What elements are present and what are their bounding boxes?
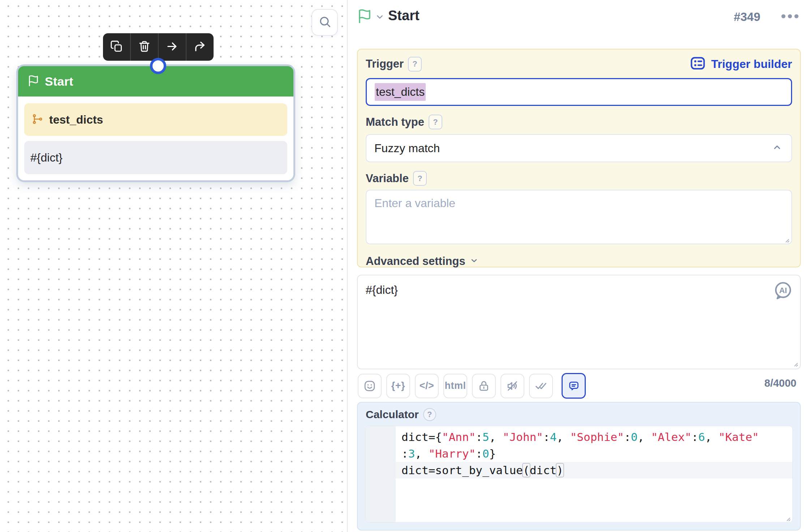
variable-help-icon[interactable]: ? xyxy=(413,171,427,186)
emoji-button[interactable] xyxy=(358,374,382,398)
node-action-toolbar xyxy=(103,33,214,61)
chevron-up-icon xyxy=(772,142,782,155)
line-number: 1 xyxy=(365,429,396,445)
flow-canvas[interactable]: Start test_dicts #{dict} xyxy=(0,0,347,532)
variable-placeholder: Enter a variable xyxy=(374,197,455,210)
flow-builder-app: Start test_dicts #{dict} Start #349 xyxy=(0,0,808,532)
node-message-label: #{dict} xyxy=(30,151,63,164)
node-settings-panel: Start #349 Trigger ? Trigger builder tes… xyxy=(348,0,808,532)
code-row[interactable]: 1dict={"Ann":5, "John":4, "Sophie":0, "A… xyxy=(365,429,792,445)
html-button[interactable]: html xyxy=(443,374,467,398)
line-number: 2 xyxy=(365,462,396,479)
flag-icon xyxy=(27,75,39,88)
emoji-icon xyxy=(364,380,376,392)
node-input-connector[interactable] xyxy=(150,58,166,74)
code-line: :3, "Harry":0} xyxy=(396,445,792,462)
duplicate-node-button[interactable] xyxy=(103,33,130,61)
node-body: test_dicts #{dict} xyxy=(18,96,293,174)
insert-variable-button[interactable]: {+} xyxy=(386,374,410,398)
trigger-section: Trigger ? Trigger builder test_dicts Mat… xyxy=(357,49,801,267)
svg-text:AI: AI xyxy=(779,286,787,295)
match-type-help-icon[interactable]: ? xyxy=(429,115,442,129)
code-row[interactable]: :3, "Harry":0} xyxy=(365,445,792,462)
lock-icon xyxy=(478,380,490,392)
start-flag-icon xyxy=(357,9,372,24)
advanced-settings-toggle[interactable]: Advanced settings xyxy=(366,255,792,268)
code-button[interactable]: </> xyxy=(415,374,439,398)
trigger-input-value: test_dicts xyxy=(375,83,426,101)
match-type-value: Fuzzy match xyxy=(374,142,440,155)
comment-button[interactable] xyxy=(562,373,586,399)
trigger-builder-label: Trigger builder xyxy=(711,57,792,71)
trigger-help-icon[interactable]: ? xyxy=(408,57,422,72)
insert-variable-label: {+} xyxy=(391,380,405,391)
resize-grip-icon[interactable] xyxy=(782,511,791,521)
char-count: 8/4000 xyxy=(764,377,796,389)
code-line: dict={"Ann":5, "John":4, "Sophie":0, "Al… xyxy=(396,429,792,445)
calculator-help-icon[interactable]: ? xyxy=(423,408,436,421)
more-options-button[interactable] xyxy=(781,11,799,22)
canvas-search-button[interactable] xyxy=(311,9,338,36)
connect-node-button[interactable] xyxy=(158,33,186,61)
line-number xyxy=(365,445,396,462)
lock-button[interactable] xyxy=(472,374,496,398)
branch-icon xyxy=(32,113,43,126)
html-label: html xyxy=(445,380,466,391)
trash-icon xyxy=(138,40,151,54)
panel-title: Start xyxy=(388,8,420,23)
comment-icon xyxy=(568,380,580,392)
share-node-button[interactable] xyxy=(186,33,214,61)
audio-off-icon xyxy=(506,380,519,392)
chevron-down-icon xyxy=(470,256,478,266)
variable-input[interactable]: Enter a variable xyxy=(366,190,792,244)
calculator-code-editor[interactable]: 1dict={"Ann":5, "John":4, "Sophie":0, "A… xyxy=(365,426,793,523)
search-icon xyxy=(318,15,331,30)
panel-header: Start #349 xyxy=(348,0,808,36)
trigger-label: Trigger xyxy=(366,57,404,70)
ai-assistant-button[interactable]: AI xyxy=(773,280,794,301)
calculator-section: Calculator ? 1dict={"Ann":5, "John":4, "… xyxy=(357,402,801,531)
trigger-builder-icon xyxy=(689,55,706,73)
node-trigger-label: test_dicts xyxy=(49,113,103,126)
double-check-icon xyxy=(535,380,547,392)
start-node[interactable]: Start test_dicts #{dict} xyxy=(16,64,295,182)
resize-grip-icon[interactable] xyxy=(789,358,799,367)
audio-off-button[interactable] xyxy=(500,374,524,398)
trigger-builder-button[interactable]: Trigger builder xyxy=(689,55,792,73)
double-check-button[interactable] xyxy=(529,374,553,398)
share-forward-icon xyxy=(194,40,206,54)
node-message-row[interactable]: #{dict} xyxy=(24,141,287,174)
delete-node-button[interactable] xyxy=(130,33,158,61)
message-toolbar: {+}</>html xyxy=(358,373,590,399)
node-title: Start xyxy=(45,74,73,89)
card-id-badge: #349 xyxy=(734,10,760,24)
match-type-select[interactable]: Fuzzy match xyxy=(366,134,792,162)
resize-grip-icon[interactable] xyxy=(781,233,790,242)
arrow-right-icon xyxy=(166,40,179,54)
message-editor[interactable]: #{dict} AI xyxy=(357,275,801,369)
trigger-input[interactable]: test_dicts xyxy=(366,78,792,106)
duplicate-icon xyxy=(110,40,123,54)
code-label: </> xyxy=(420,380,434,391)
code-row[interactable]: 2dict=sort_by_value(dict) xyxy=(365,462,792,479)
code-line: dict=sort_by_value(dict) xyxy=(396,462,792,479)
match-type-label: Match type xyxy=(366,116,424,129)
advanced-settings-label: Advanced settings xyxy=(366,255,465,268)
variable-label: Variable xyxy=(366,172,409,185)
message-text: #{dict} xyxy=(366,283,398,297)
node-trigger-row[interactable]: test_dicts xyxy=(24,103,287,136)
calculator-label: Calculator xyxy=(366,408,419,421)
node-type-chevron-icon[interactable] xyxy=(375,12,384,22)
